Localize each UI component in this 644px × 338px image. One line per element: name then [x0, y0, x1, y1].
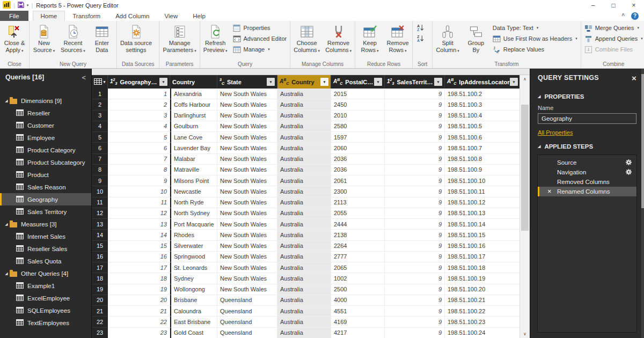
- cell-country[interactable]: Australia: [277, 165, 331, 175]
- help-icon[interactable]: ?: [631, 12, 639, 20]
- cell-geographykey[interactable]: 14: [108, 230, 170, 240]
- cell-geographykey[interactable]: 9: [108, 175, 170, 186]
- scroll-up-icon[interactable]: ∧: [520, 75, 530, 83]
- tab-help[interactable]: Help: [185, 11, 213, 21]
- cell-postalcode[interactable]: 1002: [331, 273, 385, 284]
- ribbon-button-sort-za[interactable]: ZA: [416, 34, 425, 43]
- sidebar-item-excelemployee[interactable]: ExcelEmployee: [0, 292, 91, 304]
- row-number[interactable]: 6: [92, 143, 108, 153]
- cell-salesterritor[interactable]: 9: [385, 175, 445, 186]
- cell-state[interactable]: Queensland: [217, 306, 277, 317]
- row-number[interactable]: 19: [92, 284, 108, 295]
- cell-salesterritor[interactable]: 9: [385, 121, 445, 132]
- row-number[interactable]: 8: [92, 165, 108, 175]
- step-settings-gear-icon[interactable]: [626, 169, 632, 175]
- cell-postalcode[interactable]: 2060: [331, 143, 385, 153]
- cell-ipaddresslocator[interactable]: 198.51.100.10: [445, 175, 519, 186]
- cell-salesterritor[interactable]: 9: [385, 317, 445, 327]
- cell-salesterritor[interactable]: 9: [385, 132, 445, 143]
- row-number[interactable]: 16: [92, 252, 108, 262]
- cell-state[interactable]: Queensland: [217, 328, 277, 338]
- cell-salesterritor[interactable]: 9: [385, 284, 445, 295]
- tab-add-column[interactable]: Add Column: [108, 11, 157, 21]
- cell-salesterritor[interactable]: 9: [385, 328, 445, 338]
- sidebar-item-product-category[interactable]: Product Category: [0, 144, 91, 156]
- cell-geographykey[interactable]: 10: [108, 186, 170, 197]
- cell-salesterritor[interactable]: 9: [385, 111, 445, 121]
- delete-step-icon[interactable]: ×: [547, 187, 552, 195]
- ribbon-button-data-source-settings[interactable]: Data sourcesettings: [118, 21, 155, 54]
- sidebar-item-sqlemployees[interactable]: SQLEmployees: [0, 304, 91, 317]
- ribbon-button-manage[interactable]: Manage▾: [232, 45, 287, 54]
- cell-state[interactable]: New South Wales: [217, 230, 277, 240]
- ribbon-button-merge-queries[interactable]: Merge Queries▾: [584, 24, 643, 32]
- cell-ipaddresslocator[interactable]: 198.51.100.24: [445, 328, 519, 338]
- cell-salesterritor[interactable]: 9: [385, 219, 445, 230]
- row-number[interactable]: 7: [92, 154, 108, 165]
- row-number[interactable]: 10: [92, 186, 108, 197]
- cell-country[interactable]: St. Leonards: [170, 262, 217, 273]
- cell-geographykey[interactable]: 22: [108, 317, 170, 327]
- cell-salesterritor[interactable]: 9: [385, 197, 445, 208]
- cell-postalcode[interactable]: 2065: [331, 262, 385, 273]
- column-header-country[interactable]: ABCCountry▾: [277, 75, 331, 89]
- cell-geographykey[interactable]: 21: [108, 306, 170, 317]
- cell-country[interactable]: Coffs Harbour: [170, 99, 217, 110]
- properties-section-header[interactable]: ◢ PROPERTIES: [530, 93, 644, 100]
- cell-ipaddresslocator[interactable]: 198.51.100.23: [445, 317, 519, 327]
- close-button[interactable]: ×: [624, 0, 644, 11]
- cell-salesterritor[interactable]: 9: [385, 230, 445, 240]
- cell-state[interactable]: New South Wales: [217, 175, 277, 186]
- cell-postalcode[interactable]: 2055: [331, 208, 385, 219]
- ribbon-button-combine-files[interactable]: Combine Files: [584, 45, 643, 54]
- cell-geographykey[interactable]: 4: [108, 121, 170, 132]
- cell-country[interactable]: Newcastle: [170, 186, 217, 197]
- sidebar-item-textemployees[interactable]: TextEmployees: [0, 317, 91, 329]
- cell-geographykey[interactable]: 19: [108, 284, 170, 295]
- cell-ipaddresslocator[interactable]: 198.51.100.3: [445, 99, 519, 110]
- ribbon-button-remove-rows[interactable]: RemoveRows▾: [384, 21, 412, 54]
- sidebar-item-geography[interactable]: Geography: [0, 193, 91, 205]
- sidebar-item-sales-quota[interactable]: Sales Quota: [0, 255, 91, 267]
- cell-ipaddresslocator[interactable]: 198.51.100.14: [445, 219, 519, 230]
- ribbon-button-keep-rows[interactable]: KeepRows▾: [356, 21, 384, 54]
- row-number[interactable]: 14: [92, 230, 108, 240]
- filter-dropdown-icon[interactable]: ▾: [267, 78, 275, 86]
- cell-country[interactable]: Silverwater: [170, 241, 217, 252]
- row-number[interactable]: 23: [92, 328, 108, 338]
- cell-ipaddresslocator[interactable]: 198.51.100.17: [445, 252, 519, 262]
- cell-postalcode[interactable]: 4217: [331, 328, 385, 338]
- table-menu-icon[interactable]: [94, 78, 102, 86]
- cell-state[interactable]: New South Wales: [217, 186, 277, 197]
- cell-geographykey[interactable]: 12: [108, 208, 170, 219]
- cell-country[interactable]: Lavender Bay: [170, 143, 217, 153]
- cell-salesterritor[interactable]: 9: [385, 295, 445, 306]
- cell-postalcode[interactable]: 2138: [331, 230, 385, 240]
- cell-geographykey[interactable]: 17: [108, 262, 170, 273]
- collapse-pane-icon[interactable]: <: [82, 74, 86, 82]
- cell-postalcode[interactable]: 2036: [331, 165, 385, 175]
- cell-salesterritor[interactable]: 9: [385, 89, 445, 99]
- cell-country[interactable]: Australia: [277, 197, 331, 208]
- cell-postalcode[interactable]: 2264: [331, 241, 385, 252]
- row-number[interactable]: 20: [92, 295, 108, 306]
- cell-country[interactable]: North Ryde: [170, 197, 217, 208]
- cell-country[interactable]: Australia: [277, 208, 331, 219]
- cell-country[interactable]: Rhodes: [170, 230, 217, 240]
- scroll-down-icon[interactable]: ∨: [520, 330, 530, 338]
- cell-country[interactable]: Gold Coast: [170, 328, 217, 338]
- column-header-postalcode[interactable]: ABCPostalCode▾: [331, 75, 385, 89]
- cell-country[interactable]: Caloundra: [170, 306, 217, 317]
- ribbon-button-properties[interactable]: Properties: [232, 24, 287, 32]
- cell-state[interactable]: New South Wales: [217, 165, 277, 175]
- filter-dropdown-icon[interactable]: ▾: [320, 78, 328, 86]
- cell-country[interactable]: Australia: [277, 295, 331, 306]
- ribbon-button-remove-columns[interactable]: RemoveColumns▾: [323, 21, 354, 54]
- cell-ipaddresslocator[interactable]: 198.51.100.8: [445, 154, 519, 165]
- filter-dropdown-icon[interactable]: ▾: [159, 78, 167, 86]
- panel-scrollbar[interactable]: [641, 69, 644, 338]
- cell-geographykey[interactable]: 2: [108, 99, 170, 110]
- cell-country[interactable]: Australia: [277, 186, 331, 197]
- cell-salesterritor[interactable]: 9: [385, 262, 445, 273]
- sidebar-item-product[interactable]: Product: [0, 168, 91, 181]
